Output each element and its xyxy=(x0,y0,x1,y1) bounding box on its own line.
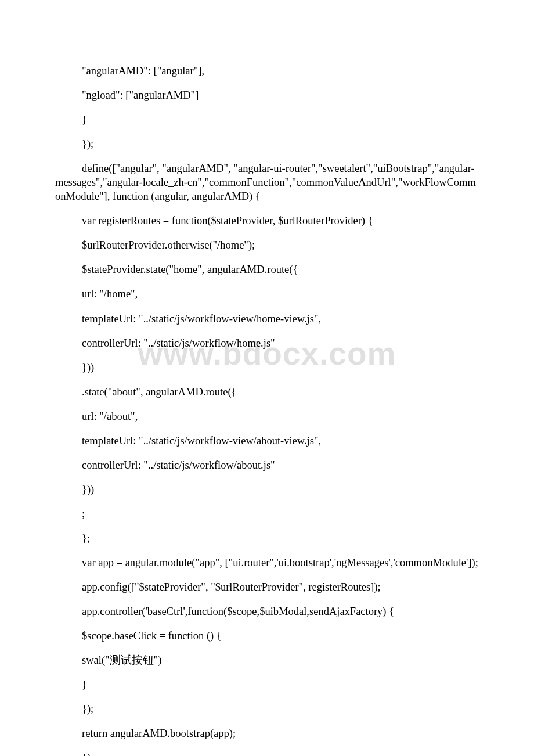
code-line: $stateProvider.state("home", angularAMD.… xyxy=(55,262,479,276)
code-line: var app = angular.module("app", ["ui.rou… xyxy=(55,556,479,570)
code-line: swal("测试按钮") xyxy=(55,653,479,667)
code-line: controllerUrl: "../static/js/workflow/ab… xyxy=(55,458,479,472)
code-line: app.config(["$stateProvider", "$urlRoute… xyxy=(55,580,479,594)
document-page: www.bdocx.com "angularAMD": ["angular"],… xyxy=(0,0,534,756)
code-line: } xyxy=(55,113,479,127)
code-line: url: "/about", xyxy=(55,409,479,423)
code-line: controllerUrl: "../static/js/workflow/ho… xyxy=(55,336,479,350)
code-line: $scope.baseClick = function () { xyxy=(55,629,479,643)
code-line: "angularAMD": ["angular"], xyxy=(55,64,479,78)
code-line: }); xyxy=(55,702,479,716)
code-line: }); xyxy=(55,751,479,756)
code-line: ; xyxy=(55,507,479,521)
code-line: var registerRoutes = function($stateProv… xyxy=(55,214,479,228)
code-line: url: "/home", xyxy=(55,287,479,301)
code-line: } xyxy=(55,678,479,692)
code-line: })) xyxy=(55,483,479,496)
code-line: return angularAMD.bootstrap(app); xyxy=(55,726,479,740)
code-line: "ngload": ["angularAMD"] xyxy=(55,88,479,102)
code-line: $urlRouterProvider.otherwise("/home"); xyxy=(55,238,479,252)
code-line: define(["angular", "angularAMD", "angula… xyxy=(55,161,479,203)
code-line: templateUrl: "../static/js/workflow-view… xyxy=(55,312,479,326)
code-line: app.controller('baseCtrl',function($scop… xyxy=(55,604,479,618)
code-line: templateUrl: "../static/js/workflow-view… xyxy=(55,434,479,448)
code-line: }; xyxy=(55,531,479,545)
code-line: }); xyxy=(55,137,479,151)
code-line: })) xyxy=(55,361,479,375)
code-line: .state("about", angularAMD.route({ xyxy=(55,385,479,399)
